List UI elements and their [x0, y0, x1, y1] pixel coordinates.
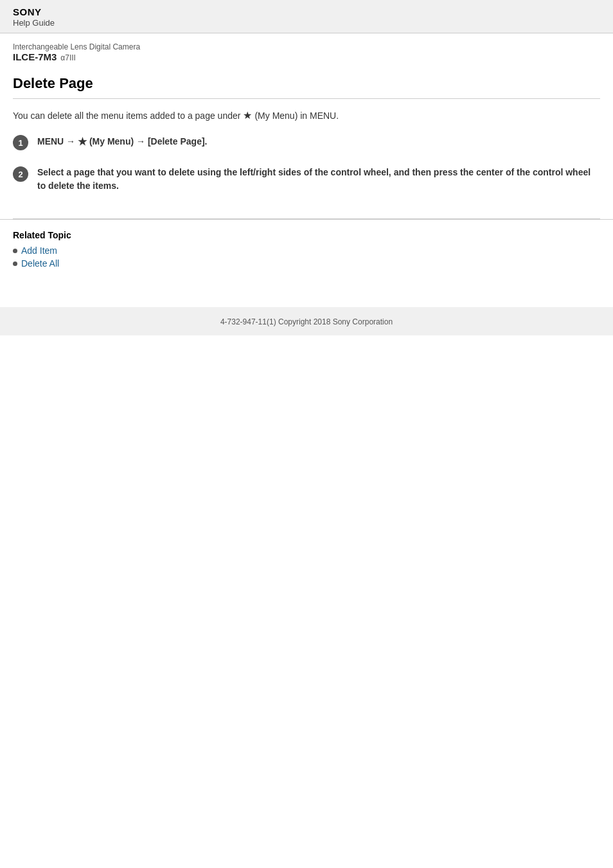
model-line: ILCE-7M3 α7III: [13, 51, 600, 62]
page-title-section: Delete Page: [0, 66, 613, 98]
main-content: You can delete all the menu items added …: [0, 99, 613, 218]
intro-text: You can delete all the menu items added …: [13, 109, 600, 121]
step-1-text-before: MENU →: [37, 136, 78, 146]
step-2: 2 Select a page that you want to delete …: [13, 166, 600, 193]
copyright-text: 4-732-947-11(1) Copyright 2018 Sony Corp…: [220, 317, 393, 326]
brand-logo: SONY: [13, 6, 600, 17]
list-item: Delete All: [13, 258, 600, 269]
model-name: ILCE-7M3: [13, 51, 57, 62]
add-item-link[interactable]: Add Item: [21, 245, 57, 256]
page-title: Delete Page: [13, 75, 600, 92]
step-1-number: 1: [13, 135, 28, 150]
list-item: Add Item: [13, 245, 600, 256]
site-footer: 4-732-947-11(1) Copyright 2018 Sony Corp…: [0, 307, 613, 335]
step-1-star-icon: ★: [78, 134, 87, 150]
site-header: SONY Help Guide: [0, 0, 613, 33]
my-menu-star-icon: ★: [243, 109, 252, 121]
delete-all-link[interactable]: Delete All: [21, 258, 59, 269]
step-1: 1 MENU → ★ (My Menu) → [Delete Page].: [13, 134, 600, 150]
model-variant: α7III: [60, 53, 76, 62]
intro-text-after: (My Menu) in MENU.: [254, 111, 339, 121]
site-subtitle: Help Guide: [13, 18, 600, 28]
step-2-text: Select a page that you want to delete us…: [37, 166, 600, 193]
step-1-text-after: (My Menu) → [Delete Page].: [87, 136, 207, 146]
step-2-number: 2: [13, 166, 28, 182]
product-info: Interchangeable Lens Digital Camera ILCE…: [0, 33, 613, 66]
steps-container: 1 MENU → ★ (My Menu) → [Delete Page]. 2 …: [13, 134, 600, 193]
related-links-list: Add Item Delete All: [13, 245, 600, 269]
intro-text-before: You can delete all the menu items added …: [13, 111, 240, 121]
camera-type: Interchangeable Lens Digital Camera: [13, 42, 600, 51]
step-1-text: MENU → ★ (My Menu) → [Delete Page].: [37, 134, 207, 150]
related-topic-section: Related Topic Add Item Delete All: [0, 219, 613, 281]
related-topic-heading: Related Topic: [13, 230, 600, 240]
